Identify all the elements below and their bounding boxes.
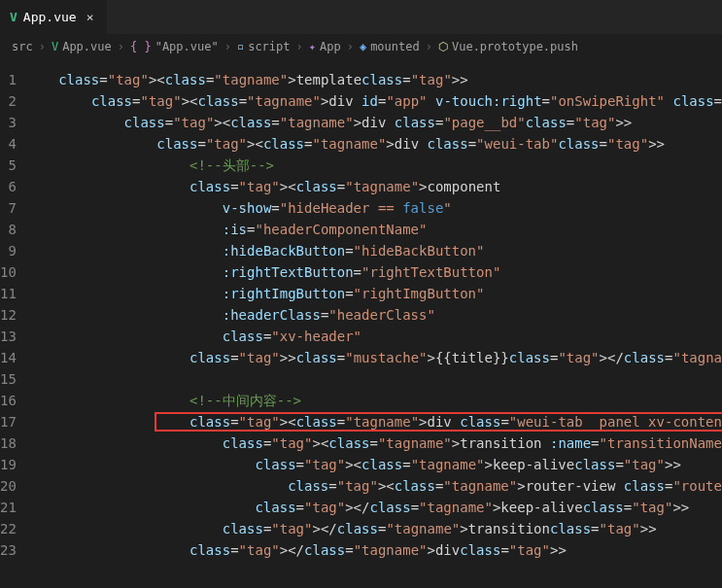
chevron-right-icon: ›: [118, 40, 124, 53]
code-line[interactable]: class="tag"><class="tagname">div class="…: [34, 411, 722, 432]
code-line[interactable]: class="tag"><class="tagname">templatecla…: [34, 69, 722, 90]
code-line[interactable]: :rightTextButton="rightTextButton": [34, 261, 722, 283]
line-number: 12: [0, 304, 17, 326]
class-icon: ✦: [309, 40, 316, 53]
code-line[interactable]: class="tag"><class="tagname">div id="app…: [34, 90, 722, 112]
line-number: 2: [0, 90, 17, 112]
cube-icon: ▫: [237, 40, 244, 53]
code-line[interactable]: :is="headerComponentName": [34, 219, 722, 240]
line-number: 5: [0, 155, 17, 176]
breadcrumb-item[interactable]: mounted: [370, 40, 420, 53]
code-line[interactable]: [34, 368, 722, 390]
line-number: 18: [0, 432, 17, 454]
braces-icon: { }: [130, 40, 152, 53]
code-line[interactable]: class="tag"><class="tagname">transition …: [34, 432, 722, 454]
vue-icon: V: [52, 40, 58, 53]
line-number: 8: [0, 219, 17, 240]
line-number: 3: [0, 112, 17, 133]
code-line[interactable]: class="tag"></class="tagname">transition…: [34, 518, 722, 539]
chevron-right-icon: ›: [296, 40, 303, 53]
code-line[interactable]: class="tag"></class="tagname">keep-alive…: [34, 497, 722, 518]
code-line[interactable]: class="xv-header": [34, 326, 722, 347]
code-line[interactable]: <!--头部-->: [34, 155, 722, 176]
line-number: 13: [0, 326, 17, 347]
line-number: 10: [0, 261, 17, 283]
breadcrumb-item[interactable]: script: [248, 40, 290, 53]
line-number: 15: [0, 368, 17, 390]
tab-bar: V App.vue ×: [0, 0, 722, 34]
line-number: 11: [0, 283, 17, 304]
breadcrumb: src › V App.vue › { } "App.vue" › ▫ scri…: [0, 34, 722, 59]
chevron-right-icon: ›: [426, 40, 432, 53]
code-line[interactable]: class="tag"><class="tagname">keep-alivec…: [34, 454, 722, 475]
breadcrumb-item[interactable]: src: [12, 40, 33, 53]
line-number: 20: [0, 475, 17, 497]
code-line[interactable]: class="tag">>class="mustache">{{title}}c…: [34, 347, 722, 368]
method-icon: ◈: [360, 40, 366, 53]
code-area[interactable]: class="tag"><class="tagname">templatecla…: [34, 59, 722, 588]
code-line[interactable]: class="tag"><class="tagname">div class="…: [34, 133, 722, 155]
code-line[interactable]: class="tag"></class="tagname">divclass="…: [34, 539, 722, 561]
code-line[interactable]: :headerClass="headerClass": [34, 304, 722, 326]
line-number: 14: [0, 347, 17, 368]
file-tab[interactable]: V App.vue ×: [0, 0, 108, 34]
function-icon: ⬡: [438, 40, 448, 53]
line-number: 4: [0, 133, 17, 155]
line-number: 22: [0, 518, 17, 539]
line-number: 1: [0, 69, 17, 90]
chevron-right-icon: ›: [224, 40, 231, 53]
close-icon[interactable]: ×: [83, 10, 98, 24]
vue-icon: V: [10, 10, 17, 24]
tab-title: App.vue: [23, 10, 77, 24]
line-number: 6: [0, 176, 17, 197]
code-line[interactable]: class="tag"><class="tagname">router-view…: [34, 475, 722, 497]
line-number: 23: [0, 539, 17, 561]
code-line[interactable]: :hideBackButton="hideBackButton": [34, 240, 722, 261]
line-number: 21: [0, 497, 17, 518]
breadcrumb-item[interactable]: "App.vue": [155, 40, 219, 53]
line-number: 9: [0, 240, 17, 261]
chevron-right-icon: ›: [39, 40, 46, 53]
line-number: 16: [0, 390, 17, 411]
code-line[interactable]: <!--中间内容-->: [34, 390, 722, 411]
code-editor[interactable]: 1234567891011121314151617181920212223 cl…: [0, 59, 722, 588]
breadcrumb-item[interactable]: App: [320, 40, 341, 53]
chevron-right-icon: ›: [347, 40, 354, 53]
code-line[interactable]: class="tag"><class="tagname">component: [34, 176, 722, 197]
line-number: 7: [0, 197, 17, 219]
breadcrumb-item[interactable]: Vue.prototype.push: [452, 40, 578, 53]
line-number: 17: [0, 411, 17, 432]
line-number: 19: [0, 454, 17, 475]
code-line[interactable]: :rightImgButton="rightImgButton": [34, 283, 722, 304]
breadcrumb-item[interactable]: App.vue: [62, 40, 112, 53]
code-line[interactable]: class="tag"><class="tagname">div class="…: [34, 112, 722, 133]
line-gutter: 1234567891011121314151617181920212223: [0, 59, 34, 588]
code-line[interactable]: v-show="hideHeader == false": [34, 197, 722, 219]
